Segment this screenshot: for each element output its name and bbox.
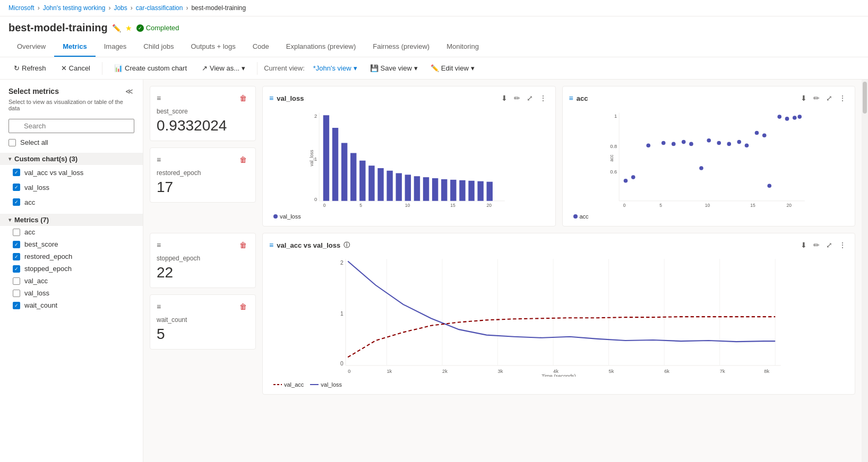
metrics-header[interactable]: ▾ Metrics (7) (0, 214, 143, 226)
breadcrumb-current: best-model-training (191, 4, 246, 12)
val-acc-legend-line (273, 384, 282, 385)
svg-point-54 (792, 116, 796, 120)
more-val-loss-button[interactable]: ⋮ (537, 93, 549, 103)
view-as-button[interactable]: ↗ View as... ▾ (196, 62, 251, 75)
metric-wait-count-checkbox[interactable] (13, 302, 20, 309)
tabs-bar: Overview Metrics Images Child jobs Outpu… (0, 37, 868, 57)
metric-stopped-epoch-checkbox[interactable] (13, 265, 20, 273)
delete-wait-count-button[interactable]: 🗑 (237, 301, 249, 312)
stopped-epoch-metric-name: stopped_epoch (157, 255, 249, 262)
sidebar-description: Select to view as visualization or table… (0, 99, 143, 116)
svg-point-43 (699, 166, 703, 170)
metric-best-score-checkbox[interactable] (13, 241, 20, 248)
metric-val-acc-checkbox[interactable] (13, 277, 20, 285)
sidebar-search-container: 🔍 (0, 116, 143, 136)
list-item[interactable]: val_acc (0, 275, 143, 287)
list-item[interactable]: restored_epoch (0, 250, 143, 263)
search-input[interactable] (8, 119, 134, 133)
svg-rect-11 (377, 168, 383, 201)
refresh-button[interactable]: ↻ Refresh (8, 62, 51, 75)
delete-stopped-epoch-button[interactable]: 🗑 (237, 240, 249, 250)
tab-metrics[interactable]: Metrics (54, 37, 96, 57)
metric-acc-checkbox[interactable] (13, 229, 20, 236)
edit-combined-button[interactable]: ✏ (811, 240, 822, 250)
svg-text:2: 2 (340, 260, 343, 266)
tab-monitoring[interactable]: Monitoring (438, 37, 487, 57)
svg-text:1k: 1k (386, 368, 392, 374)
tab-outputs-logs[interactable]: Outputs + logs (182, 37, 244, 57)
svg-point-42 (689, 142, 693, 146)
sidebar-title: Select metrics (8, 87, 59, 95)
status-badge: Completed (136, 24, 179, 32)
download-val-loss-button[interactable]: ⬇ (499, 93, 510, 103)
more-combined-button[interactable]: ⋮ (837, 240, 848, 250)
breadcrumb-jobs[interactable]: Jobs (114, 4, 127, 12)
svg-text:2: 2 (314, 113, 317, 119)
collapse-sidebar-button[interactable]: ≪ (124, 86, 134, 97)
tab-child-jobs[interactable]: Child jobs (135, 37, 182, 57)
status-dot-icon (136, 24, 144, 32)
svg-text:20: 20 (786, 203, 792, 208)
cancel-button[interactable]: ✕ Cancel (56, 62, 96, 75)
delete-best-score-button[interactable]: 🗑 (237, 93, 249, 103)
svg-rect-16 (423, 177, 429, 201)
create-chart-button[interactable]: 📊 Create custom chart (109, 62, 192, 75)
edit-view-button[interactable]: ✏️ Edit view ▾ (426, 62, 479, 75)
svg-point-52 (777, 115, 781, 119)
custom-charts-header[interactable]: ▾ Custom chart(s) (3) (0, 153, 143, 165)
list-item[interactable]: acc (0, 226, 143, 238)
tab-fairness[interactable]: Fairness (preview) (364, 37, 438, 57)
list-item[interactable]: val_loss (0, 287, 143, 299)
toolbar: ↻ Refresh ✕ Cancel 📊 Create custom chart… (0, 57, 868, 80)
val-loss-checkbox[interactable] (13, 184, 20, 191)
page-title-bar: best-model-training ✏️ ★ Completed (0, 16, 868, 37)
list-item[interactable]: acc ••• (0, 195, 143, 210)
tab-images[interactable]: Images (96, 37, 135, 57)
list-item[interactable]: val_acc vs val_loss ••• (0, 165, 143, 180)
scrollbar-thumb[interactable] (863, 82, 867, 114)
svg-rect-6 (332, 128, 338, 201)
val-acc-vs-val-loss-checkbox[interactable] (13, 169, 20, 176)
svg-rect-15 (414, 176, 420, 201)
svg-point-55 (797, 115, 802, 119)
download-combined-button[interactable]: ⬇ (798, 240, 809, 250)
val-loss-legend-dot (273, 214, 278, 219)
metric-val-loss-checkbox[interactable] (13, 290, 20, 297)
breadcrumb-experiment[interactable]: car-classification (136, 4, 183, 12)
breadcrumb-microsoft[interactable]: Microsoft (8, 4, 35, 12)
tab-overview[interactable]: Overview (8, 37, 54, 57)
vertical-scrollbar[interactable] (862, 80, 868, 462)
edit-title-icon[interactable]: ✏️ (112, 24, 121, 32)
favorite-icon[interactable]: ★ (125, 24, 132, 32)
download-acc-button[interactable]: ⬇ (798, 93, 809, 103)
save-view-button[interactable]: 💾 Save view ▾ (366, 62, 422, 75)
current-view-button[interactable]: *John's view ▾ (309, 62, 362, 75)
edit-acc-button[interactable]: ✏ (811, 93, 822, 103)
select-all-checkbox[interactable] (8, 139, 16, 146)
expand-combined-button[interactable]: ⤢ (824, 240, 835, 250)
breadcrumb-workspace[interactable]: John's testing working (43, 4, 106, 12)
acc-checkbox[interactable] (13, 198, 20, 206)
create-chart-label: Create custom chart (125, 64, 187, 72)
svg-text:acc: acc (608, 154, 614, 162)
expand-val-loss-button[interactable]: ⤢ (525, 93, 535, 103)
more-acc-button[interactable]: ⋮ (837, 93, 848, 103)
delete-restored-epoch-button[interactable]: 🗑 (237, 154, 249, 165)
list-item[interactable]: wait_count (0, 299, 143, 311)
tab-explanations[interactable]: Explanations (preview) (278, 37, 365, 57)
metric-restored-epoch-checkbox[interactable] (13, 253, 20, 260)
acc-chart-icon: ≡ (569, 94, 573, 102)
edit-val-loss-button[interactable]: ✏ (512, 93, 522, 103)
acc-chart-title: acc (577, 94, 588, 102)
svg-point-36 (623, 179, 628, 183)
list-item[interactable]: stopped_epoch (0, 263, 143, 275)
val-loss-combined-legend-item: val_loss (310, 381, 342, 388)
tab-code[interactable]: Code (244, 37, 278, 57)
list-item[interactable]: val_loss ••• (0, 180, 143, 195)
list-item[interactable]: best_score (0, 238, 143, 250)
expand-acc-button[interactable]: ⤢ (824, 93, 835, 103)
val-acc-vs-val-loss-label: val_acc vs val_loss (24, 169, 118, 177)
acc-legend-item: acc (573, 213, 589, 220)
drag-handle-icon: ≡ (157, 241, 161, 249)
val-loss-legend-item: val_loss (273, 213, 301, 220)
